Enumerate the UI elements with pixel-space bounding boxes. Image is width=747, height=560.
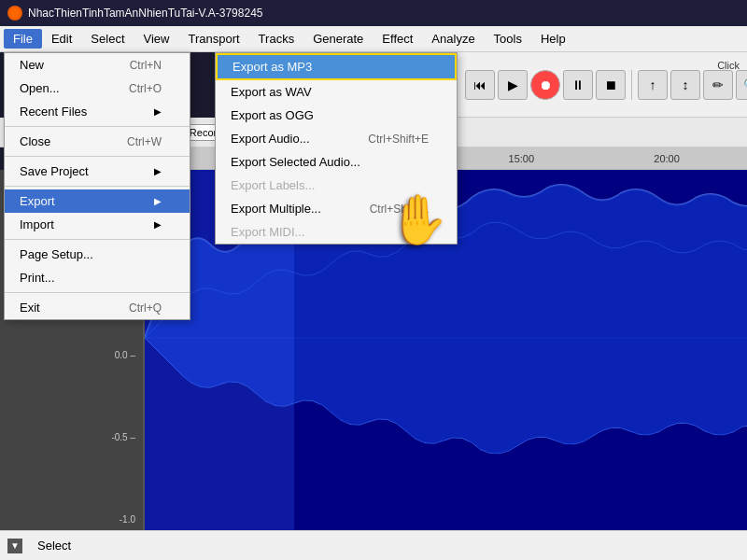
tool-controls: ↑ ↕ ✏ 🔍 ↔ ✱	[638, 70, 747, 100]
menu-new-shortcut: Ctrl+N	[130, 59, 162, 72]
click-label: Click	[717, 60, 740, 71]
export-audio[interactable]: Export Audio... Ctrl+Shift+E	[216, 127, 457, 150]
track-collapse-button[interactable]: ▼	[7, 539, 22, 553]
separator-1	[5, 126, 190, 127]
separator-4	[5, 239, 190, 240]
menu-select[interactable]: Select	[81, 29, 134, 49]
menu-edit[interactable]: Edit	[42, 29, 81, 49]
select-tool-label: Select	[37, 539, 71, 553]
separator-3	[5, 186, 190, 187]
menu-open-shortcut: Ctrl+O	[129, 82, 162, 95]
menu-save-project[interactable]: Save Project ▶	[5, 160, 190, 183]
export-audio-shortcut: Ctrl+Shift+E	[368, 133, 429, 146]
menu-tracks[interactable]: Tracks	[249, 29, 304, 49]
menu-pagesetup[interactable]: Page Setup...	[5, 243, 190, 266]
export-multiple-shortcut: Ctrl+Shift+L	[370, 203, 429, 216]
menu-exit-shortcut: Ctrl+Q	[129, 301, 162, 315]
import-submenu-arrow: ▶	[154, 219, 162, 230]
menu-recent-files[interactable]: Recent Files ▶	[5, 100, 190, 123]
timeline-marker-4: 20:00	[654, 153, 680, 164]
toolbar: ⏮ ▶ ⏺ ⏸ ⏹ ↑ ↕ ✏ 🔍 ↔ ✱ 🎤 L R Click	[458, 52, 747, 118]
export-submenu: Export as MP3 Export as WAV Export as OG…	[215, 52, 458, 245]
menu-tools[interactable]: Tools	[485, 29, 531, 49]
menu-import[interactable]: Import ▶	[5, 213, 190, 236]
export-selected-label: Export Selected Audio...	[231, 155, 360, 169]
export-multiple[interactable]: Export Multiple... Ctrl+Shift+L	[216, 197, 457, 220]
envelope-tool-btn[interactable]: ↕	[670, 70, 700, 100]
stop-button[interactable]: ⏹	[596, 70, 626, 100]
export-submenu-arrow: ▶	[154, 196, 162, 206]
zoom-tool-btn[interactable]: 🔍	[736, 70, 747, 100]
recent-submenu-arrow: ▶	[154, 106, 162, 117]
export-ogg[interactable]: Export as OGG	[216, 104, 457, 127]
export-midi: Export MIDI...	[216, 220, 457, 244]
export-ogg-label: Export as OGG	[231, 108, 314, 122]
separator-5	[5, 292, 190, 293]
title-bar: NhacThienTinhTamAnNhienTuTai-V.A-3798245	[0, 0, 747, 26]
export-multiple-label: Export Multiple...	[231, 202, 321, 216]
app-icon	[7, 6, 22, 21]
menu-new[interactable]: New Ctrl+N	[5, 53, 190, 77]
menu-exit[interactable]: Exit Ctrl+Q	[5, 296, 190, 319]
select-tool-btn[interactable]: ↑	[638, 70, 668, 100]
transport-controls: ⏮ ▶ ⏺ ⏸ ⏹	[465, 70, 632, 100]
draw-tool-btn[interactable]: ✏	[703, 70, 733, 100]
menu-print[interactable]: Print...	[5, 266, 190, 289]
export-labels: Export Labels...	[216, 174, 457, 197]
menu-new-label: New	[20, 58, 44, 72]
scale-0-0: 0.0 –	[111, 347, 135, 364]
menu-analyze[interactable]: Analyze	[422, 29, 484, 49]
loop-button[interactable]: ⏺	[530, 70, 560, 100]
timeline-marker-3: 15:00	[509, 153, 535, 164]
bottom-bar: ▼ Select	[0, 530, 747, 560]
menu-export[interactable]: Export ▶	[5, 189, 190, 213]
export-wav[interactable]: Export as WAV	[216, 80, 457, 104]
scale-neg-1-0: -1.0	[111, 511, 135, 528]
menu-transport[interactable]: Transport	[178, 29, 248, 49]
menu-effect[interactable]: Effect	[373, 29, 422, 49]
skip-to-start-button[interactable]: ⏮	[465, 70, 495, 100]
menu-open[interactable]: Open... Ctrl+O	[5, 77, 190, 100]
export-selected-audio[interactable]: Export Selected Audio...	[216, 150, 457, 174]
menu-recent-label: Recent Files	[20, 105, 87, 119]
menu-help[interactable]: Help	[531, 29, 575, 49]
menu-close-shortcut: Ctrl+W	[127, 135, 162, 148]
file-menu-dropdown: New Ctrl+N Open... Ctrl+O Recent Files ▶…	[4, 52, 190, 320]
export-wav-label: Export as WAV	[231, 85, 312, 99]
export-labels-label: Export Labels...	[231, 178, 315, 192]
pause-button[interactable]: ⏸	[563, 70, 593, 100]
menu-exit-label: Exit	[20, 301, 40, 315]
separator-2	[5, 156, 190, 157]
menu-pagesetup-label: Page Setup...	[20, 247, 93, 261]
export-midi-label: Export MIDI...	[231, 225, 304, 239]
menu-view[interactable]: View	[134, 29, 179, 49]
menu-close-label: Close	[20, 134, 50, 148]
play-button[interactable]: ▶	[498, 70, 528, 100]
save-submenu-arrow: ▶	[154, 166, 162, 176]
window-title: NhacThienTinhTamAnNhienTuTai-V.A-3798245	[28, 7, 262, 20]
menu-save-label: Save Project	[20, 164, 89, 178]
menu-bar: File Edit Select View Transport Tracks G…	[0, 26, 747, 52]
menu-close[interactable]: Close Ctrl+W	[5, 130, 190, 153]
menu-file[interactable]: File	[4, 29, 42, 49]
export-audio-label: Export Audio...	[231, 132, 310, 146]
menu-open-label: Open...	[20, 81, 60, 95]
export-mp3[interactable]: Export as MP3	[216, 53, 457, 80]
menu-print-label: Print...	[20, 271, 55, 285]
menu-import-label: Import	[20, 217, 54, 231]
menu-generate[interactable]: Generate	[303, 29, 373, 49]
scale-neg-0-5: -0.5 –	[111, 429, 135, 446]
menu-export-label: Export	[20, 194, 55, 208]
export-mp3-label: Export as MP3	[233, 60, 312, 74]
